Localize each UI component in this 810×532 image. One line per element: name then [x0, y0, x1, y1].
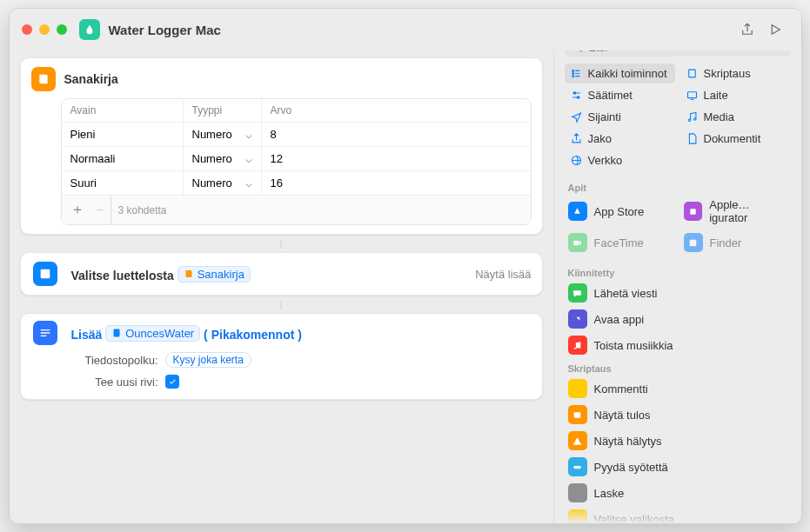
run-button[interactable]	[761, 17, 789, 42]
titlebar: Water Logger Mac	[10, 9, 801, 50]
app-item[interactable]: Finder	[680, 229, 791, 256]
value-cell[interactable]: 12	[262, 147, 531, 170]
filepath-label: Tiedostopolku:	[75, 354, 158, 367]
category-documents[interactable]: Dokumentit	[680, 129, 791, 149]
append-icon	[33, 321, 57, 345]
pinned-item[interactable]: Lähetä viesti	[565, 280, 791, 306]
category-location[interactable]: Sijainti	[565, 107, 675, 127]
list-item[interactable]: Näytä tulos	[565, 402, 791, 428]
value-cell[interactable]: 8	[262, 123, 531, 146]
table-row[interactable]: Normaali Numero⌵ 12	[62, 147, 531, 171]
facetime-icon	[568, 233, 587, 252]
svg-rect-20	[574, 412, 581, 418]
variable-token-file[interactable]: OuncesWater	[105, 325, 200, 342]
dictionary-action-card[interactable]: Sanakirja Avain Tyyppi Arvo Pieni Numero…	[20, 57, 543, 235]
category-sharing[interactable]: Jako	[565, 129, 675, 149]
category-scripting[interactable]: Skriptaus	[680, 63, 791, 83]
app-store-icon	[568, 202, 587, 221]
show-more-button[interactable]: Näytä lisää	[475, 268, 531, 281]
pinned-header: Kiinnitetty	[554, 263, 801, 280]
svg-rect-1	[114, 329, 120, 337]
type-select[interactable]: Numero⌵	[184, 147, 262, 170]
col-key-header: Avain	[62, 99, 184, 122]
dictionary-icon	[31, 67, 56, 91]
comment-icon	[568, 379, 587, 398]
add-row-button[interactable]: ＋	[62, 196, 84, 224]
append-to-file-action-card[interactable]: Lisää OuncesWater ( Pikakomennot ) Tiedo…	[20, 313, 543, 400]
app-item[interactable]: Apple…igurator	[680, 195, 791, 228]
row-count: 3 kohdetta	[110, 196, 176, 224]
type-select[interactable]: Numero⌵	[184, 123, 262, 146]
col-value-header: Arvo	[262, 99, 531, 122]
calculate-icon	[568, 483, 587, 502]
svg-rect-15	[690, 209, 696, 215]
scripting-header: Skriptaus	[554, 358, 801, 376]
app-item[interactable]: App Store	[565, 195, 675, 228]
category-media[interactable]: Media	[680, 107, 791, 127]
ask-each-time-token[interactable]: Kysy joka kerta	[165, 352, 251, 368]
minimize-window-button[interactable]	[39, 24, 50, 35]
category-web[interactable]: Verkko	[565, 150, 675, 170]
svg-rect-11	[687, 92, 696, 98]
category-all-actions[interactable]: Kaikki toiminnot	[565, 63, 675, 83]
svg-point-19	[579, 346, 580, 348]
search-field[interactable]	[565, 50, 791, 57]
search-input[interactable]	[589, 50, 784, 54]
category-controls[interactable]: Säätimet	[565, 85, 675, 105]
pinned-item[interactable]: Avaa appi	[565, 306, 791, 332]
close-window-button[interactable]	[22, 24, 32, 35]
configurator-icon	[684, 202, 703, 221]
svg-point-7	[572, 76, 573, 77]
share-button[interactable]	[733, 17, 761, 42]
finder-icon	[684, 233, 703, 252]
message-icon	[568, 283, 587, 303]
show-result-icon	[568, 405, 587, 424]
category-device[interactable]: Laite	[680, 85, 791, 105]
table-row[interactable]: Suuri Numero⌵ 16	[62, 171, 531, 196]
dictionary-title: Sanakirja	[64, 72, 118, 86]
pinned-item[interactable]: Toista musiikkia	[565, 332, 791, 358]
choose-title: Valitse luettelosta Sanakirja	[71, 266, 251, 283]
chevron-up-down-icon: ⌵	[245, 152, 252, 165]
svg-rect-16	[573, 240, 579, 244]
ask-input-icon	[568, 457, 587, 476]
svg-point-12	[688, 119, 691, 122]
chevron-up-down-icon: ⌵	[245, 176, 252, 190]
key-cell[interactable]: Suuri	[62, 171, 184, 195]
svg-point-5	[572, 70, 573, 71]
music-icon	[568, 336, 587, 355]
app-item[interactable]: FaceTime	[565, 229, 675, 256]
type-select[interactable]: Numero⌵	[184, 171, 262, 195]
app-window: Water Logger Mac Sanakirja	[9, 8, 802, 524]
list-item[interactable]: Kommentti	[565, 376, 791, 402]
zoom-window-button[interactable]	[57, 24, 67, 35]
variable-token-dictionary[interactable]: Sanakirja	[177, 266, 251, 283]
list-item[interactable]: Näytä hälytys	[565, 428, 791, 454]
list-item[interactable]: Laske	[565, 480, 791, 506]
category-grid: Kaikki toiminnot Skriptaus Säätimet Lait…	[554, 62, 801, 177]
workflow-editor: Sanakirja Avain Tyyppi Arvo Pieni Numero…	[10, 50, 553, 523]
remove-row-button[interactable]: －	[84, 196, 107, 224]
window-controls	[22, 24, 67, 35]
key-cell[interactable]: Normaali	[62, 147, 184, 170]
col-type-header: Tyyppi	[184, 99, 262, 122]
connector	[20, 243, 543, 252]
key-cell[interactable]: Pieni	[62, 123, 184, 146]
choose-from-list-action-card[interactable]: Valitse luettelosta Sanakirja Näytä lisä…	[20, 252, 543, 296]
list-item[interactable]: Pyydä syötettä	[565, 454, 791, 480]
choose-list-icon	[33, 262, 57, 286]
svg-rect-21	[573, 465, 581, 468]
search-icon	[572, 50, 584, 54]
table-row[interactable]: Pieni Numero⌵ 8	[62, 123, 531, 147]
value-cell[interactable]: 16	[262, 171, 531, 195]
app-icon	[79, 19, 100, 40]
svg-point-6	[572, 73, 573, 75]
window-title: Water Logger Mac	[109, 23, 221, 37]
newline-checkbox[interactable]	[165, 375, 179, 389]
open-app-icon	[568, 309, 587, 329]
svg-point-18	[574, 347, 576, 349]
dictionary-table: Avain Tyyppi Arvo Pieni Numero⌵ 8 Normaa…	[61, 98, 532, 225]
svg-point-10	[577, 96, 579, 99]
fade-overlay	[554, 506, 801, 523]
connector	[20, 304, 543, 313]
